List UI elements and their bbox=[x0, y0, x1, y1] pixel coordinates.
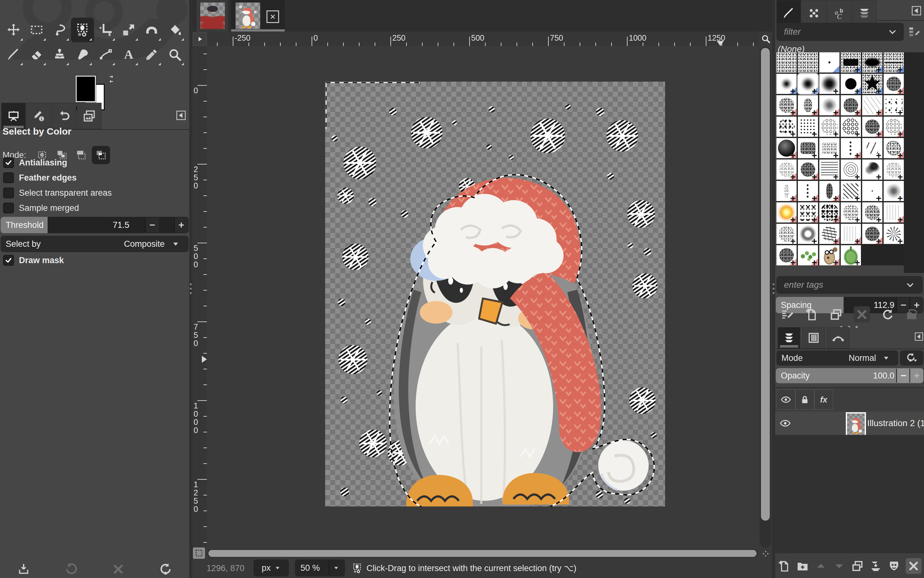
refresh-button[interactable] bbox=[880, 308, 894, 321]
brush-cell[interactable]: + bbox=[862, 74, 882, 94]
collapse-dock-icon[interactable] bbox=[911, 5, 922, 16]
brush-cell[interactable]: + bbox=[776, 95, 797, 115]
layer-visibility-icon[interactable] bbox=[779, 417, 791, 429]
opacity-slider[interactable]: Opacity 100.0 bbox=[776, 368, 923, 383]
image-canvas[interactable] bbox=[325, 82, 665, 507]
brush-cell[interactable]: + bbox=[776, 159, 797, 180]
brush-cell[interactable]: + bbox=[776, 181, 797, 201]
brush-cell[interactable]: + bbox=[883, 224, 904, 244]
zoom-level-dropdown[interactable]: 50 % bbox=[295, 559, 345, 576]
brush-cell[interactable]: + bbox=[841, 117, 861, 137]
layer-row[interactable]: Illustration 2 (1). bbox=[775, 412, 924, 435]
canvas-viewport[interactable] bbox=[207, 46, 759, 549]
draw-mask-checkbox[interactable]: Draw mask bbox=[3, 254, 64, 266]
navigation-preview-button[interactable] bbox=[760, 549, 772, 559]
brush-cell[interactable]: + bbox=[776, 245, 797, 265]
tool-paintbrush[interactable] bbox=[2, 42, 25, 67]
checkbox-select-transparent-areas[interactable]: Select transparent areas bbox=[3, 187, 112, 199]
tool-select-by-color[interactable] bbox=[71, 18, 94, 42]
threshold-slider[interactable]: Threshold 71.5 bbox=[1, 217, 189, 233]
mode-subtract-button[interactable] bbox=[72, 146, 91, 164]
foreground-color-swatch[interactable] bbox=[76, 76, 96, 102]
dock-tab-images[interactable] bbox=[77, 103, 102, 129]
lock-column-header[interactable] bbox=[795, 390, 814, 410]
duplicate-button[interactable] bbox=[829, 308, 843, 321]
delete-x-button[interactable] bbox=[111, 562, 125, 576]
tool-text[interactable]: A bbox=[117, 42, 140, 67]
layer-name[interactable]: Illustration 2 (1). bbox=[867, 418, 924, 428]
tool-color-picker[interactable] bbox=[140, 42, 163, 67]
dock-tab-layers[interactable] bbox=[778, 327, 800, 349]
add-mask-button[interactable] bbox=[887, 559, 901, 573]
vertical-ruler[interactable]: 025050075010001250 bbox=[192, 46, 207, 549]
brush-cell[interactable]: + bbox=[841, 245, 861, 265]
brush-cell[interactable]: + bbox=[883, 52, 904, 73]
close-tab-icon[interactable] bbox=[267, 10, 279, 23]
brush-cell[interactable]: + bbox=[776, 74, 797, 94]
image-tab-penguin[interactable] bbox=[231, 0, 285, 31]
tool-clone[interactable] bbox=[48, 42, 71, 67]
zoom-follow-icon[interactable] bbox=[760, 32, 772, 45]
tool-eraser[interactable] bbox=[25, 42, 48, 67]
new-doc-button[interactable] bbox=[778, 559, 791, 573]
brush-cell[interactable]: + bbox=[862, 138, 882, 158]
tool-paths[interactable] bbox=[94, 42, 117, 67]
layer-mode-reset-button[interactable] bbox=[900, 351, 923, 365]
dock-tab-paths[interactable] bbox=[827, 327, 849, 349]
effects-column-header[interactable]: fx bbox=[814, 390, 833, 410]
brush-cell[interactable]: + bbox=[862, 117, 882, 137]
save-preset-button[interactable] bbox=[17, 562, 31, 576]
brush-cell[interactable]: + bbox=[798, 138, 818, 158]
brush-cell[interactable]: + bbox=[841, 74, 861, 94]
brush-tags-input[interactable]: enter tags bbox=[776, 276, 923, 294]
brush-cell[interactable]: + bbox=[862, 181, 882, 201]
up-button[interactable] bbox=[814, 559, 828, 573]
brush-view-mode-icon[interactable] bbox=[908, 24, 921, 39]
threshold-decrease-button[interactable] bbox=[145, 218, 159, 232]
brush-cell[interactable]: + bbox=[862, 159, 882, 180]
tool-crop[interactable] bbox=[94, 18, 117, 42]
brush-cell[interactable]: + bbox=[883, 202, 904, 222]
layer-mode-dropdown[interactable]: Mode Normal bbox=[776, 351, 898, 365]
brush-cell[interactable]: + bbox=[819, 117, 839, 137]
brush-cell[interactable]: + bbox=[819, 224, 839, 244]
checkbox-feather-edges[interactable]: Feather edges bbox=[3, 171, 76, 184]
left-panel-splitter[interactable]: ••• bbox=[189, 0, 192, 578]
brush-cell[interactable]: + bbox=[819, 138, 839, 158]
merge-down-button[interactable] bbox=[869, 559, 882, 573]
tool-rectangle-select[interactable] bbox=[25, 18, 48, 42]
checkbox-antialiasing[interactable]: Antialiasing bbox=[3, 156, 67, 169]
brush-cell[interactable]: + bbox=[883, 74, 904, 94]
visibility-column-header[interactable] bbox=[776, 390, 795, 410]
down-button[interactable] bbox=[833, 559, 846, 573]
select-by-dropdown[interactable]: Select by Composite bbox=[1, 236, 189, 252]
brush-cell[interactable]: + bbox=[798, 245, 818, 265]
mode-intersect-button[interactable] bbox=[92, 146, 110, 164]
opacity-increase-button[interactable] bbox=[909, 369, 923, 383]
tool-move[interactable] bbox=[2, 18, 25, 42]
collapse-dock-icon[interactable] bbox=[914, 331, 924, 342]
folder-plus-button[interactable] bbox=[796, 559, 809, 573]
right-panel-splitter[interactable]: ••• bbox=[772, 0, 775, 578]
brush-cell[interactable]: + bbox=[819, 202, 839, 222]
brush-cell[interactable]: + bbox=[798, 159, 818, 180]
tool-free-select[interactable] bbox=[48, 18, 71, 42]
delete-x-button[interactable] bbox=[854, 306, 870, 323]
tool-unified-transform[interactable] bbox=[117, 18, 140, 42]
brush-cell[interactable]: + bbox=[776, 202, 797, 222]
brush-cell[interactable]: + bbox=[841, 95, 861, 115]
open-image-button[interactable] bbox=[905, 308, 919, 321]
new-doc-button[interactable] bbox=[805, 308, 819, 321]
tool-bucket-fill[interactable] bbox=[163, 18, 186, 42]
opacity-decrease-button[interactable] bbox=[896, 369, 910, 383]
brush-cell[interactable]: + bbox=[883, 117, 904, 137]
ruler-menu-button[interactable] bbox=[193, 32, 207, 46]
brush-cell[interactable]: + bbox=[798, 224, 818, 244]
swap-colors-icon[interactable] bbox=[107, 75, 116, 83]
horizontal-ruler[interactable]: -250025050075010001250 bbox=[207, 31, 759, 46]
horizontal-scrollbar-thumb[interactable] bbox=[208, 550, 756, 557]
brush-cell[interactable]: + bbox=[841, 52, 861, 73]
delete-x-button[interactable] bbox=[906, 558, 921, 574]
brush-cell[interactable]: + bbox=[883, 159, 904, 180]
brush-cell[interactable] bbox=[798, 52, 818, 73]
